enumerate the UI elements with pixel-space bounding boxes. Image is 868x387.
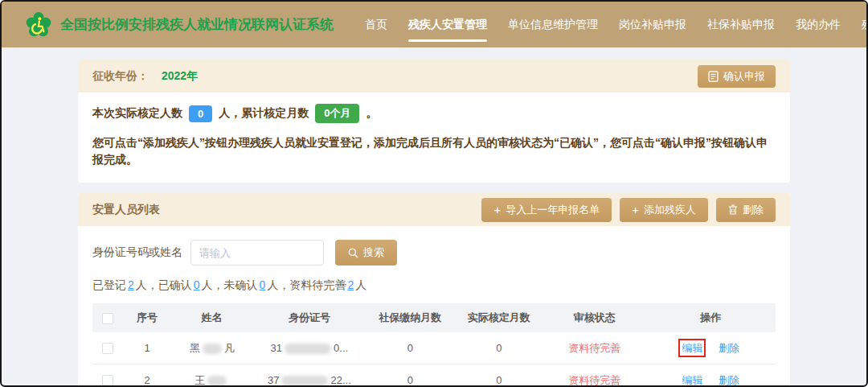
- col-header-status: 审核状态: [543, 311, 646, 325]
- row-id-number: 310...: [253, 342, 366, 354]
- row-checkbox[interactable]: [102, 375, 113, 386]
- row-id-number: 3722...: [253, 374, 366, 386]
- redacted-id-blur: [285, 344, 331, 354]
- summary-count-link[interactable]: 2: [346, 278, 355, 291]
- confirm-declaration-label: 确认申报: [723, 69, 765, 84]
- row-status: 资料待完善: [543, 373, 646, 387]
- document-icon: [708, 71, 719, 82]
- search-button[interactable]: 搜索: [335, 240, 397, 266]
- col-header-id: 身份证号: [253, 311, 366, 325]
- personnel-list-panel: 安置人员列表 + 导入上一年申报名单 + 添加残疾人: [78, 193, 790, 387]
- search-label: 身份证号码或姓名: [92, 245, 182, 260]
- disability-flower-logo-icon: [24, 10, 53, 39]
- verified-people-badge: 0: [189, 105, 212, 122]
- nav-item[interactable]: 单位信息维护管理: [508, 2, 598, 47]
- summary-counts: 已登记2人，已确认0人，未确认0人，资料待完善2人: [92, 278, 776, 293]
- personnel-list-header: 安置人员列表 + 导入上一年申报名单 + 添加残疾人: [78, 193, 790, 226]
- table-header-row: 序号 姓名 身份证号 社保缴纳月数 实际核定月数 审核状态 操作: [92, 303, 776, 332]
- search-icon: [348, 248, 358, 258]
- line1-period: 。: [366, 106, 377, 121]
- collection-year-value: 2022年: [162, 69, 198, 84]
- select-all-checkbox[interactable]: [102, 313, 113, 324]
- nav-item[interactable]: 首页: [365, 2, 387, 47]
- row-index: 2: [123, 374, 171, 386]
- personnel-table: 序号 姓名 身份证号 社保缴纳月数 实际核定月数 审核状态 操作 1 黑凡: [92, 303, 776, 387]
- nav-item[interactable]: 社保补贴申报: [707, 2, 775, 47]
- nav-item[interactable]: 残疾人用工需求登记: [862, 2, 868, 47]
- declaration-panel: 征收年份： 2022年 确认申报 本次实际核定人数 0 人，累计核定月数 0个月…: [78, 60, 790, 183]
- col-header-social: 社保缴纳月数: [366, 311, 455, 325]
- main-nav: 首页残疾人安置管理单位信息维护管理岗位补贴申报社保补贴申报我的办件残疾人用工需求…: [354, 2, 868, 47]
- verified-people-label: 本次实际核定人数: [92, 106, 182, 121]
- col-header-name: 姓名: [171, 311, 253, 325]
- nav-item[interactable]: 我的办件: [796, 2, 841, 47]
- col-header-actions: 操作: [646, 311, 776, 325]
- add-disabled-person-button[interactable]: + 添加残疾人: [620, 198, 708, 222]
- row-verified-months: 0: [455, 342, 544, 354]
- row-name: 黑凡: [171, 341, 253, 356]
- row-index: 1: [123, 342, 171, 354]
- search-input[interactable]: [190, 240, 324, 266]
- summary-segment: 已登记2人，: [92, 278, 158, 291]
- row-social-months: 0: [366, 342, 455, 354]
- summary-segment: 未确认0人，: [224, 278, 290, 291]
- delete-link[interactable]: 删除: [719, 374, 739, 386]
- summary-count-link[interactable]: 2: [126, 278, 136, 291]
- redacted-name-blur: [203, 344, 222, 354]
- row-actions: 编辑 删除: [646, 341, 776, 356]
- table-row: 2 王 3722... 0 0 资料待完善 编辑 删除: [92, 364, 776, 387]
- verified-months-label: 人，累计核定月数: [219, 106, 309, 121]
- col-header-index: 序号: [123, 311, 171, 325]
- import-last-year-button[interactable]: + 导入上一年申报名单: [481, 198, 612, 222]
- row-name: 王: [171, 373, 253, 387]
- top-navbar: 全国按比例安排残疾人就业情况联网认证系统 首页残疾人安置管理单位信息维护管理岗位…: [2, 2, 866, 47]
- verified-counts-line: 本次实际核定人数 0 人，累计核定月数 0个月 。: [92, 104, 776, 123]
- edit-link[interactable]: 编辑: [682, 342, 702, 354]
- edit-link[interactable]: 编辑: [682, 374, 702, 386]
- list-action-buttons: + 导入上一年申报名单 + 添加残疾人 删除: [481, 198, 776, 222]
- row-actions: 编辑 删除: [646, 373, 776, 387]
- plus-icon: +: [493, 204, 501, 216]
- app-window: 全国按比例安排残疾人就业情况联网认证系统 首页残疾人安置管理单位信息维护管理岗位…: [0, 0, 868, 387]
- row-verified-months: 0: [455, 374, 544, 386]
- declaration-panel-header: 征收年份： 2022年 确认申报: [78, 60, 790, 93]
- delete-button[interactable]: 删除: [716, 198, 776, 222]
- redacted-name-blur: [207, 376, 227, 386]
- nav-item[interactable]: 残疾人安置管理: [408, 2, 487, 47]
- delete-button-label: 删除: [743, 203, 764, 217]
- table-row: 1 黑凡 310... 0 0 资料待完善 编辑 删除: [92, 332, 776, 364]
- search-button-label: 搜索: [363, 245, 384, 260]
- nav-item[interactable]: 岗位补贴申报: [619, 2, 686, 47]
- verified-months-badge: 0个月: [315, 104, 359, 123]
- delete-link[interactable]: 删除: [719, 342, 739, 354]
- row-social-months: 0: [366, 374, 455, 386]
- summary-segment: 已确认0人，: [158, 278, 224, 291]
- row-status: 资料待完善: [543, 341, 646, 356]
- app-title: 全国按比例安排残疾人就业情况联网认证系统: [60, 15, 334, 34]
- personnel-list-body: 身份证号码或姓名 搜索 已登记2人，已确认0人，未确认0人，资料待完善2人 序号: [78, 240, 790, 387]
- plus-icon: +: [632, 204, 639, 216]
- row-checkbox[interactable]: [102, 343, 113, 354]
- redacted-id-blur: [281, 376, 328, 386]
- summary-segment: 资料待完善2人: [289, 278, 366, 291]
- trash-icon: [728, 204, 738, 215]
- col-header-actual: 实际核定月数: [455, 311, 544, 325]
- personnel-list-title: 安置人员列表: [92, 203, 160, 217]
- instruction-text: 您可点击“添加残疾人”按钮办理残疾人员就业安置登记，添加完成后且所有人员的审核状…: [92, 134, 776, 168]
- confirm-declaration-button[interactable]: 确认申报: [698, 65, 776, 88]
- summary-count-link[interactable]: 0: [258, 278, 268, 291]
- import-last-year-label: 导入上一年申报名单: [506, 203, 600, 217]
- declaration-panel-body: 本次实际核定人数 0 人，累计核定月数 0个月 。 您可点击“添加残疾人”按钮办…: [78, 93, 790, 183]
- search-row: 身份证号码或姓名 搜索: [92, 240, 776, 266]
- collection-year-label: 征收年份：: [92, 69, 149, 84]
- summary-count-link[interactable]: 0: [192, 278, 202, 291]
- add-disabled-person-label: 添加残疾人: [644, 203, 696, 217]
